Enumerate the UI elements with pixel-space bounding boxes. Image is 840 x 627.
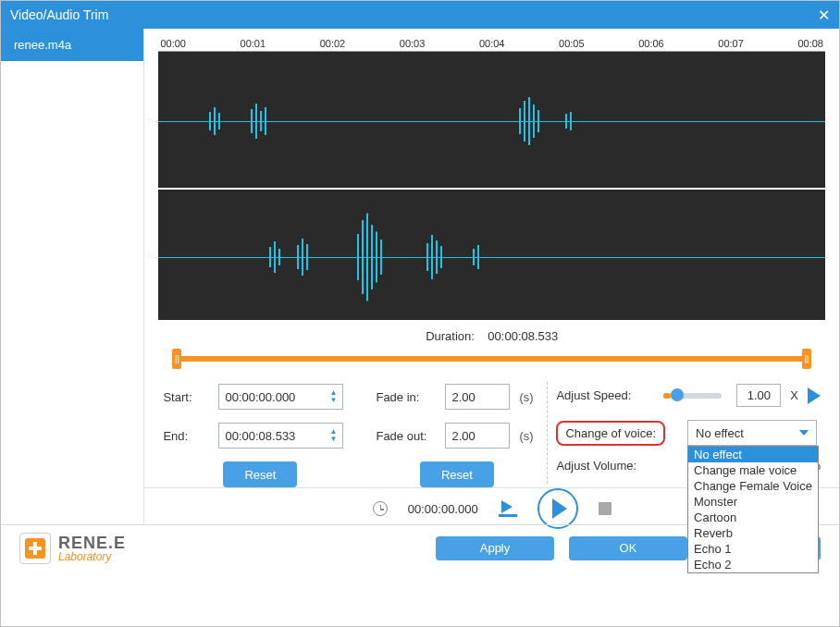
speed-label: Adjust Speed: <box>556 388 649 402</box>
logo: RENE.E Laboratory <box>19 533 421 564</box>
voice-option[interactable]: Cartoon <box>688 510 818 525</box>
change-voice-label: Change of voice: <box>565 426 656 440</box>
spin-buttons[interactable]: ▲▼ <box>330 389 338 404</box>
fade-out-label: Fade out: <box>376 429 436 443</box>
end-time-input[interactable]: 00:00:08.533 ▲▼ <box>218 423 343 449</box>
ruler-tick: 00:02 <box>320 38 346 49</box>
duration-row: Duration: 00:00:08.533 <box>158 320 825 349</box>
file-sidebar: renee.m4a <box>1 29 144 524</box>
logo-badge-icon <box>19 533 51 564</box>
ok-button[interactable]: OK <box>569 536 687 560</box>
voice-option[interactable]: Monster <box>688 494 818 510</box>
fade-out-input[interactable]: 2.00 <box>445 423 510 449</box>
voice-option[interactable]: Change male voice <box>688 462 818 478</box>
title-bar: Video/Audio Trim ✕ <box>1 1 839 29</box>
trim-handle-left[interactable]: || <box>172 349 181 369</box>
duration-value: 00:00:08.533 <box>488 329 558 343</box>
unit-seconds: (s) <box>519 390 533 404</box>
reset-trim-button[interactable]: Reset <box>223 461 297 487</box>
ruler-tick: 00:01 <box>241 38 266 49</box>
voice-effect-combo[interactable]: No effect No effect Change male voice Ch… <box>687 420 817 446</box>
time-ruler: 00:00 00:01 00:02 00:03 00:04 00:05 00:0… <box>158 38 825 52</box>
fade-in-label: Fade in: <box>376 390 436 404</box>
speed-x: X <box>790 388 798 402</box>
playback-time: 00:00:00.000 <box>408 502 478 516</box>
start-time-input[interactable]: 00:00:00.000 ▲▼ <box>218 384 343 410</box>
ruler-tick: 00:00 <box>160 38 186 49</box>
trim-range-bar[interactable]: || || <box>172 349 811 371</box>
fade-in-input[interactable]: 2.00 <box>445 384 510 410</box>
speed-slider[interactable] <box>663 393 722 399</box>
stop-button[interactable] <box>599 502 611 515</box>
apply-button[interactable]: Apply <box>436 536 554 560</box>
ruler-tick: 00:04 <box>479 38 505 49</box>
trim-handle-right[interactable]: || <box>802 349 811 369</box>
export-icon[interactable] <box>499 500 517 517</box>
duration-label: Duration: <box>426 329 475 343</box>
ruler-tick: 00:03 <box>400 38 426 49</box>
voice-option[interactable]: Echo 1 <box>688 541 818 557</box>
voice-effect-dropdown[interactable]: No effect Change male voice Change Femal… <box>687 446 819 573</box>
unit-seconds: (s) <box>519 429 533 443</box>
voice-effect-selected: No effect <box>696 426 744 440</box>
volume-label: Adjust Volume: <box>556 459 649 473</box>
voice-option[interactable]: Change Female Voice <box>688 478 818 494</box>
speed-play-icon[interactable] <box>808 387 821 404</box>
speed-value[interactable]: 1.00 <box>736 384 781 407</box>
reset-fade-button[interactable]: Reset <box>420 461 494 487</box>
window-title: Video/Audio Trim <box>10 7 108 22</box>
ruler-tick: 00:07 <box>718 38 744 49</box>
voice-option[interactable]: Reverb <box>688 525 818 541</box>
clock-icon <box>373 501 388 516</box>
voice-option[interactable]: Echo 2 <box>688 557 818 572</box>
end-label: End: <box>163 429 209 443</box>
play-button[interactable] <box>537 488 578 529</box>
chevron-down-icon[interactable] <box>799 430 809 436</box>
ruler-tick: 00:06 <box>638 38 664 49</box>
ruler-tick: 00:08 <box>797 38 823 49</box>
waveform-display[interactable] <box>158 52 825 320</box>
ruler-tick: 00:05 <box>559 38 585 49</box>
end-time-value: 00:00:08.533 <box>225 429 295 443</box>
fade-in-value: 2.00 <box>451 390 475 404</box>
speed-slider-thumb[interactable] <box>671 388 684 401</box>
voice-option[interactable]: No effect <box>688 447 818 462</box>
start-time-value: 00:00:00.000 <box>225 390 295 404</box>
start-label: Start: <box>163 390 209 404</box>
dropdown-scrollbar[interactable]: ▲ ▼ <box>818 447 819 572</box>
file-item[interactable]: renee.m4a <box>1 29 143 61</box>
change-voice-label-highlight: Change of voice: <box>556 421 665 446</box>
fade-out-value: 2.00 <box>451 429 475 443</box>
spin-buttons[interactable]: ▲▼ <box>330 428 338 443</box>
close-icon[interactable]: ✕ <box>818 6 830 24</box>
